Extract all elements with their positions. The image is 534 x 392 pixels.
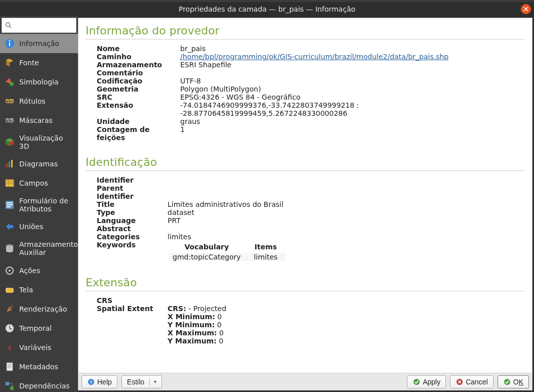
label-caminho: Caminho [97,53,180,61]
label-identifier: Identifier [97,176,168,184]
value-codificacao: UTF-8 [180,77,525,85]
sidebar-item-label: Visualização 3D [19,134,75,150]
value-type: dataset [168,208,286,216]
sidebar-item-label: Máscaras [19,116,53,124]
search-icon [5,22,12,29]
svg-point-4 [9,40,11,42]
sidebar: InformaçãoFonteSimbologiaabcRótulosabcMá… [0,16,78,392]
sidebar-item-view3d[interactable]: Visualização 3D [0,130,78,154]
label-crs: CRS [97,296,168,304]
sidebar-item-metadata[interactable]: Metadados [0,357,78,376]
svg-text:?: ? [90,379,93,384]
sidebar-item-variables[interactable]: εVariáveis [0,338,78,357]
close-icon [523,7,528,12]
svg-rect-12 [11,160,13,167]
keywords-table: VocabularyItems gmd:topicCategorylimites [168,242,286,262]
sidebar-item-symbology[interactable]: Simbologia [0,72,78,92]
svg-rect-20 [7,206,11,207]
cancel-button[interactable]: Cancel [450,375,494,388]
rendering-icon [4,303,15,315]
sidebar-item-labels[interactable]: abcRótulos [0,92,78,111]
apply-button[interactable]: Apply [407,375,446,388]
sidebar-item-form[interactable]: Formulário de Atributos [0,193,78,217]
value-geometria: Polygon (MultiPolygon) [180,85,525,93]
fields-icon [4,178,15,189]
value-caminho-link[interactable]: /home/bpl/programming/ok/GIS-curriculum/… [180,53,448,61]
svg-point-42 [504,378,510,384]
value-identifier [168,176,286,184]
sidebar-item-label: Tela [19,286,33,294]
sidebar-item-label: Renderização [19,305,67,313]
info-icon [4,38,15,49]
form-icon [4,199,15,210]
svg-line-1 [10,26,12,28]
value-spatial-extent: CRS: - Projected X Minimum: 0 Y Minimum:… [168,304,226,345]
sidebar-item-label: Ações [19,267,40,275]
sidebar-item-label: Uniões [19,223,43,231]
svg-point-40 [414,378,420,384]
view3d-icon [4,137,15,148]
sidebar-item-label: Diagramas [19,160,58,168]
sidebar-item-aux[interactable]: Armazenamento Auxiliar [0,236,78,260]
keywords-row-vocab: gmd:topicCategory [169,253,249,261]
value-contagem: 1 [180,125,525,142]
value-nome: br_pais [180,45,525,53]
metadata-icon [4,361,15,372]
keywords-head-items: Items [250,243,286,252]
help-button[interactable]: ? Help [81,375,117,388]
aux-icon [4,243,15,254]
svg-text:abc: abc [6,118,14,123]
svg-point-0 [6,23,10,27]
sidebar-item-masks[interactable]: abcMáscaras [0,111,78,130]
sidebar-item-deps[interactable]: Dependências [0,376,78,392]
svg-rect-10 [6,163,8,167]
sidebar-item-joins[interactable]: Uniões [0,217,78,236]
label-categories: Categories [97,233,168,241]
label-src: SRC [97,93,180,101]
svg-text:abc: abc [6,99,14,104]
svg-rect-19 [7,204,13,205]
sidebar-item-rendering[interactable]: Renderização [0,299,78,319]
source-icon [4,57,15,68]
sidebar-item-temporal[interactable]: Temporal [0,319,78,338]
style-button[interactable]: Estilo ▾ [121,375,162,388]
cancel-icon [456,378,464,386]
ok-icon [503,378,511,386]
sidebar-item-actions[interactable]: Ações [0,261,78,280]
label-spatial-extent: Spatial Extent [97,304,168,345]
sidebar-item-label: Fonte [19,59,39,67]
label-unidade: Unidade [97,117,180,125]
value-language: PRT [168,216,286,225]
label-codificacao: Codificação [97,77,180,85]
deps-icon [4,380,15,391]
value-parent-identifier [168,184,286,200]
ok-button[interactable]: OK [498,375,529,388]
svg-point-5 [10,82,14,86]
label-nome: Nome [97,45,180,53]
variables-icon: ε [4,342,15,353]
sidebar-item-source[interactable]: Fonte [0,53,78,72]
sidebar-item-label: Temporal [19,324,52,332]
sidebar-item-fields[interactable]: Campos [0,173,78,193]
label-keywords: Keywords [97,241,168,262]
sidebar-item-display[interactable]: Tela [0,280,78,299]
value-abstract [168,225,286,233]
labels-icon: abc [4,96,15,107]
sidebar-item-diagrams[interactable]: Diagramas [0,154,78,173]
window-title: Propriedades da camada — br_pais — Infor… [179,5,355,13]
masks-icon: abc [4,115,15,126]
close-button[interactable] [521,4,531,14]
display-icon [4,284,15,295]
value-armazenamento: ESRI Shapefile [180,61,525,69]
sidebar-search[interactable] [2,18,76,33]
titlebar: Propriedades da camada — br_pais — Infor… [0,2,534,16]
label-parent-identifier: Parent Identifier [97,184,168,200]
value-src: EPSG:4326 - WGS 84 - Geográfico [180,93,525,101]
sidebar-item-label: Simbologia [19,78,59,86]
svg-rect-32 [6,382,9,385]
temporal-icon [4,323,15,334]
label-geometria: Geometria [97,85,180,93]
label-type: Type [97,208,168,216]
label-title: Title [97,200,168,208]
sidebar-item-info[interactable]: Informação [0,34,78,53]
